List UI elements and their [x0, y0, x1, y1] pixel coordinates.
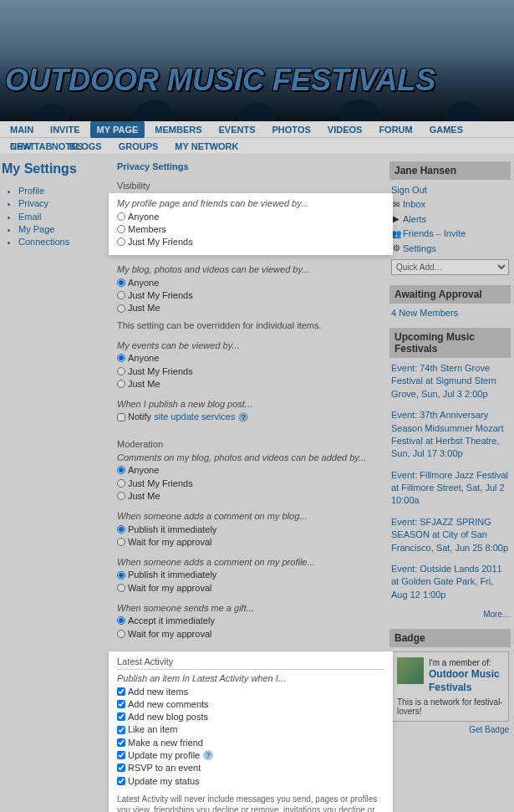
profile-comment-mod-radio-1[interactable]: [117, 584, 125, 592]
moderation-label: Moderation: [117, 438, 384, 450]
latest-activity-label-3: Like an item: [128, 723, 177, 735]
visibility-label: Visibility: [117, 180, 384, 192]
profile-visibility-label-0: Anyone: [128, 211, 159, 222]
comments-by-label-1: Just My Friends: [128, 477, 193, 489]
new-members-link[interactable]: 4 New Members: [391, 308, 458, 318]
blog-comment-mod-radio-0[interactable]: [117, 525, 125, 534]
event-link-3[interactable]: Event: SFJAZZ SPRING SEASON at City of S…: [391, 517, 508, 553]
profile-visibility-radio-2[interactable]: [117, 237, 125, 246]
signout-link[interactable]: Sign Out: [391, 184, 427, 197]
badge-header: Badge: [389, 629, 511, 647]
blog-comment-mod-radio-1[interactable]: [117, 538, 125, 546]
latest-activity-note: Latest Activity will never include messa…: [117, 794, 384, 812]
latest-activity-checkbox-2[interactable]: [117, 712, 125, 721]
nav-my-page[interactable]: MY PAGE: [90, 121, 145, 138]
notify-label: Notify site update services: [128, 411, 235, 422]
comments-by-radio-2[interactable]: [117, 492, 125, 500]
page-title: My Settings: [2, 161, 117, 176]
settings-nav-my-page[interactable]: My Page: [18, 224, 54, 234]
quick-add-select[interactable]: Quick Add…: [391, 259, 509, 275]
events-visibility-radio-2[interactable]: [117, 380, 125, 388]
latest-activity-checkbox-4[interactable]: [117, 738, 125, 747]
friends-link[interactable]: Friends: [403, 227, 434, 240]
event-link-1[interactable]: Event: 37th Anniversary Season Midsummer…: [391, 410, 504, 458]
settings-nav-connections[interactable]: Connections: [18, 237, 69, 247]
help-icon[interactable]: ?: [238, 412, 248, 422]
latest-activity-label-6: RSVP to an event: [128, 762, 201, 774]
profile-visibility-radio-0[interactable]: [117, 212, 125, 221]
question-events-visibility: My events can be viewed by...: [117, 340, 384, 351]
latest-activity-label-0: Add new items: [128, 686, 188, 697]
privacy-heading: Privacy Settings: [117, 161, 384, 171]
nav-main[interactable]: MAIN: [3, 121, 40, 138]
site-title: OUTDOOR MUSIC FESTIVALS: [5, 63, 435, 98]
blog-visibility-radio-1[interactable]: [117, 291, 125, 299]
event-link-0[interactable]: Event: 74th Stern Grove Festival at Sigm…: [391, 363, 496, 399]
comments-by-radio-0[interactable]: [117, 466, 125, 474]
blog-visibility-radio-2[interactable]: [117, 304, 125, 313]
profile-visibility-radio-1[interactable]: [117, 225, 125, 233]
badge-description: This is a network for festival-lovers!: [397, 697, 503, 716]
latest-activity-checkbox-3[interactable]: [117, 726, 125, 734]
get-badge-link[interactable]: Get Badge: [469, 725, 509, 734]
events-visibility-label-1: Just My Friends: [128, 365, 193, 377]
primary-nav: MAININVITEMY PAGEMEMBERSEVENTSPHOTOSVIDE…: [0, 121, 514, 138]
nav-members[interactable]: MEMBERS: [148, 121, 208, 138]
question-profile-comment: When someone adds a comment on my profil…: [117, 556, 384, 568]
nav-photos[interactable]: PHOTOS: [266, 121, 318, 138]
settings-nav: ProfilePrivacyEmailMy PageConnections: [2, 185, 117, 248]
events-visibility-radio-1[interactable]: [117, 367, 125, 375]
notify-checkbox[interactable]: [117, 413, 125, 421]
blog-visibility-radio-0[interactable]: [117, 278, 125, 287]
nav-forum[interactable]: FORUM: [372, 121, 419, 138]
latest-activity-checkbox-7[interactable]: [117, 777, 125, 785]
nav-invite[interactable]: INVITE: [43, 121, 86, 138]
nav-games[interactable]: GAMES: [423, 121, 470, 138]
nav-videos[interactable]: VIDEOS: [321, 121, 369, 138]
secondary-nav: NEW TABBLOGSGROUPSMY NETWORK: [0, 138, 514, 155]
username-header: Jane Hansen: [389, 161, 511, 180]
gift-mod-radio-1[interactable]: [117, 630, 125, 638]
latest-activity-label-7: Update my status: [128, 775, 200, 787]
latest-activity-checkbox-0[interactable]: [117, 687, 125, 696]
upcoming-festivals-header: Upcoming Music Festivals: [389, 328, 511, 358]
events-visibility-label-0: Anyone: [128, 352, 159, 364]
nav-events[interactable]: EVENTS: [212, 121, 262, 138]
help-icon[interactable]: ?: [203, 750, 213, 760]
latest-activity-checkbox-6[interactable]: [117, 763, 125, 772]
question-blog-visibility: My blog, photos and videos can be viewed…: [117, 263, 384, 275]
event-link-4[interactable]: Event: Outside Lands 2011 at Golden Gate…: [391, 564, 502, 600]
alerts-link[interactable]: Alerts: [403, 213, 426, 226]
event-link-2[interactable]: Event: Fillmore Jazz Festival at Fillmor…: [391, 470, 508, 506]
inbox-link[interactable]: Inbox: [403, 198, 425, 211]
latest-activity-label-5: Update my profile: [128, 749, 200, 761]
settings-link[interactable]: Settings: [403, 243, 436, 255]
question-gift: When someone sends me a gift...: [117, 602, 384, 614]
more-events-link[interactable]: More…: [483, 610, 511, 619]
subnav-my-network[interactable]: MY NETWORK: [168, 138, 245, 155]
invite-link[interactable]: Invite: [444, 227, 466, 240]
override-note: This setting can be overridden for indiv…: [117, 319, 384, 331]
comments-by-label-2: Just Me: [128, 490, 160, 502]
settings-nav-email[interactable]: Email: [18, 212, 42, 222]
gift-mod-label-1: Wait for my approval: [128, 628, 211, 640]
subnav-groups[interactable]: GROUPS: [112, 138, 165, 155]
notify-services-link[interactable]: site update services: [154, 411, 235, 421]
question-blog-comment: When someone adds a comment on my blog..…: [117, 510, 384, 522]
comments-by-radio-1[interactable]: [117, 479, 125, 488]
gift-mod-radio-0[interactable]: [117, 616, 125, 625]
settings-nav-privacy[interactable]: Privacy: [18, 198, 48, 208]
settings-nav-profile[interactable]: Profile: [18, 186, 44, 196]
profile-visibility-block: My profile page and friends can be viewe…: [109, 193, 393, 255]
subnav-blogs[interactable]: BLOGS: [63, 138, 109, 155]
subnav-new-tab[interactable]: NEW TAB: [3, 138, 59, 155]
latest-activity-checkbox-5[interactable]: [117, 751, 125, 759]
profile-visibility-label-1: Members: [128, 223, 166, 235]
events-visibility-radio-0[interactable]: [117, 354, 125, 362]
events-visibility-label-2: Just Me: [128, 378, 160, 390]
awaiting-approval-header: Awaiting Approval: [389, 285, 511, 304]
site-header: OUTDOOR MUSIC FESTIVALS: [0, 0, 514, 121]
profile-comment-mod-radio-0[interactable]: [117, 571, 125, 580]
latest-activity-checkbox-1[interactable]: [117, 700, 125, 708]
profile-comment-mod-label-1: Wait for my approval: [128, 582, 211, 594]
